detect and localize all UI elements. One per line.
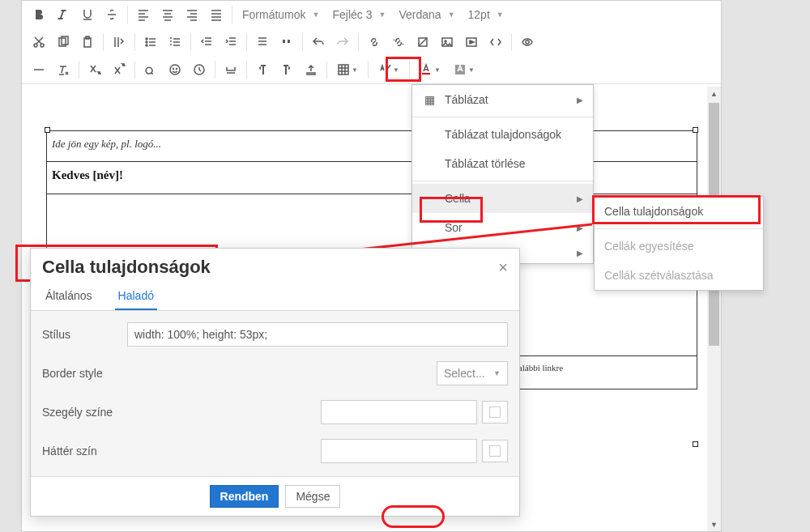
pilcrow-ltr-button[interactable]: [251, 58, 274, 81]
menu-cell[interactable]: Cella ▶: [412, 184, 593, 213]
paste-button[interactable]: [76, 31, 99, 53]
scroll-up-arrow[interactable]: ▲: [707, 87, 721, 100]
align-justify-button[interactable]: [205, 3, 228, 26]
specialchar-button[interactable]: [139, 58, 162, 81]
align-left-button[interactable]: [132, 3, 155, 26]
bg-color-swatch[interactable]: [482, 440, 508, 462]
menu-table-props-label: Táblázat tulajdonságok: [445, 128, 561, 141]
grid-icon: ▦: [422, 93, 437, 106]
ul-button[interactable]: [139, 31, 162, 53]
media-button[interactable]: [460, 31, 483, 53]
chevron-down-icon: ▼: [313, 11, 320, 19]
underline-button[interactable]: [76, 3, 99, 26]
svg-point-16: [177, 69, 177, 70]
bg-color-input[interactable]: [321, 439, 477, 463]
undo-button[interactable]: [307, 31, 330, 53]
ol-button[interactable]: [164, 31, 186, 53]
preview-button[interactable]: [516, 31, 539, 53]
cut-button[interactable]: [28, 31, 50, 53]
submenu-split-label: Cellák szétválasztása: [604, 269, 714, 282]
svg-point-15: [173, 69, 174, 70]
dialog-close-button[interactable]: ×: [498, 258, 508, 277]
menu-row[interactable]: Sor ▶: [412, 213, 593, 242]
fontsize-select[interactable]: 12pt ▼: [462, 8, 510, 21]
superscript-button[interactable]: [108, 58, 130, 81]
submenu-merge-label: Cellák egyesítése: [604, 240, 694, 253]
align-center-button[interactable]: [156, 3, 179, 26]
border-style-select[interactable]: Select... ▼: [437, 361, 508, 385]
outdent-button[interactable]: [195, 31, 218, 53]
emoji-button[interactable]: [164, 58, 186, 81]
cell-properties-dialog: Cella tulajdonságok × Általános Haladó S…: [30, 248, 520, 517]
menu-table[interactable]: ▦ Táblázat ▶: [412, 85, 593, 114]
chevron-right-icon: ▶: [577, 249, 583, 257]
strike-button[interactable]: [100, 3, 123, 26]
svg-point-1: [40, 44, 44, 47]
cancel-button[interactable]: Mégse: [285, 485, 340, 508]
vertical-scrollbar[interactable]: ▲ ▼: [707, 87, 721, 531]
menu-cell-label: Cella: [445, 192, 471, 205]
upload-button[interactable]: [300, 58, 322, 81]
unlink-button[interactable]: [387, 31, 410, 53]
subscript-button[interactable]: [83, 58, 106, 81]
submenu-split: Cellák szétválasztása: [595, 261, 763, 290]
find-button[interactable]: [108, 31, 130, 53]
svg-point-6: [146, 38, 147, 40]
text-color-button[interactable]: ▼: [414, 58, 446, 81]
chevron-right-icon: ▶: [577, 194, 583, 203]
menu-table-label: Táblázat: [445, 93, 488, 106]
clear-format-button[interactable]: [52, 58, 75, 81]
svg-point-13: [526, 40, 529, 44]
hr-button[interactable]: [28, 58, 50, 81]
tab-general[interactable]: Általános: [42, 284, 96, 310]
align-right-button[interactable]: [181, 3, 203, 26]
pilcrow-rtl-button[interactable]: [275, 58, 298, 81]
border-color-input[interactable]: [321, 400, 477, 424]
scroll-down-arrow[interactable]: ▼: [707, 517, 721, 531]
bg-color-label: Háttér szín: [42, 445, 321, 458]
ok-button[interactable]: Rendben: [210, 485, 279, 508]
fontsize-label: 12pt: [468, 8, 490, 21]
toolbar-row-2: [22, 28, 721, 56]
bg-color-button[interactable]: ▼: [448, 58, 480, 81]
spellcheck-button[interactable]: ▼: [373, 58, 405, 81]
svg-point-0: [34, 44, 37, 47]
blockquote-button[interactable]: [251, 31, 274, 53]
formats-label: Formátumok: [242, 8, 306, 21]
font-select[interactable]: Verdana ▼: [392, 8, 461, 21]
menu-delete-table[interactable]: Táblázat törlése: [412, 149, 593, 178]
italic-button[interactable]: [52, 3, 75, 26]
chevron-right-icon: ▶: [577, 96, 583, 104]
formats-select[interactable]: Formátumok ▼: [236, 8, 326, 21]
tab-advanced[interactable]: Haladó: [115, 284, 157, 310]
nbsp-button[interactable]: [220, 58, 242, 81]
toolbar-row-3: ▼ ▼ ▼ ▼: [22, 56, 721, 83]
greeting-cell[interactable]: Kedves [név]!: [47, 162, 697, 194]
cell-submenu: Cella tulajdonságok Cellák egyesítése Ce…: [594, 196, 764, 291]
dialog-tabs: Általános Haladó: [31, 284, 519, 311]
indent-button[interactable]: [220, 31, 242, 53]
svg-point-11: [445, 40, 446, 42]
datetime-button[interactable]: [188, 58, 211, 81]
svg-point-8: [146, 45, 147, 46]
heading-select[interactable]: Fejléc 3 ▼: [326, 8, 393, 21]
redo-button[interactable]: [331, 31, 354, 53]
chevron-right-icon: ▶: [577, 223, 583, 232]
link-button[interactable]: [363, 31, 386, 53]
code-button[interactable]: [484, 31, 507, 53]
border-color-swatch[interactable]: [482, 401, 508, 423]
bold-button[interactable]: [28, 3, 50, 26]
menu-delete-table-label: Táblázat törlése: [445, 157, 526, 170]
image-button[interactable]: [436, 31, 458, 53]
table-button[interactable]: ▼: [331, 58, 364, 81]
quote-button[interactable]: [275, 31, 298, 53]
menu-table-props[interactable]: Táblázat tulajdonságok: [412, 120, 593, 149]
style-input[interactable]: [127, 322, 508, 347]
copy-button[interactable]: [52, 31, 75, 53]
logo-cell[interactable]: Ide jön egy kép, pl. logó...: [47, 131, 697, 162]
anchor-button[interactable]: [411, 31, 434, 53]
svg-point-14: [170, 65, 180, 74]
submenu-cell-props[interactable]: Cella tulajdonságok: [595, 197, 763, 226]
table-menu: ▦ Táblázat ▶ Táblázat tulajdonságok Tábl…: [411, 84, 594, 264]
svg-rect-19: [422, 73, 430, 74]
